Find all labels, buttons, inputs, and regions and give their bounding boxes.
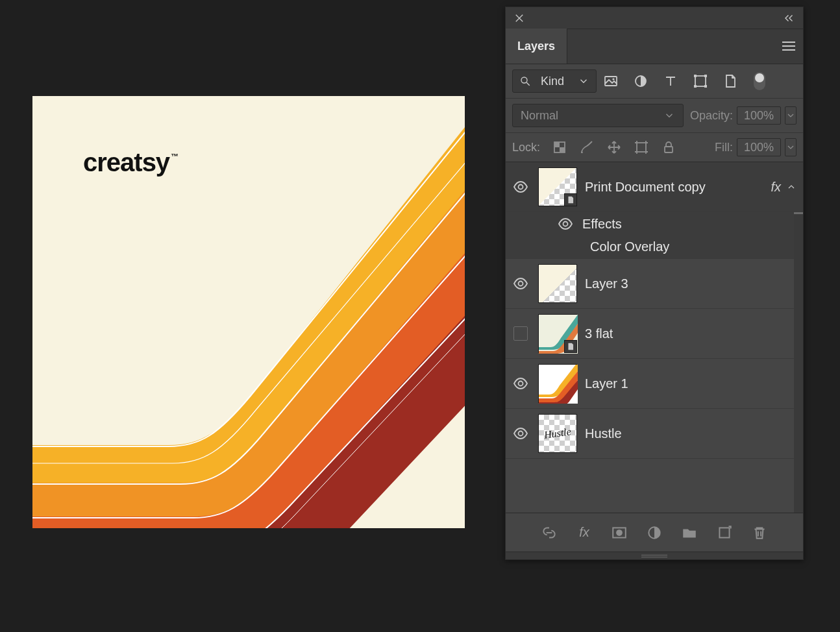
layer-row[interactable]: Hustle Hustle bbox=[506, 409, 803, 459]
svg-rect-6 bbox=[704, 75, 707, 77]
effect-name: Color Overlay bbox=[590, 239, 669, 254]
fill-label: Fill: bbox=[715, 141, 733, 154]
adjustment-icon[interactable] bbox=[646, 524, 663, 541]
fill-chevron[interactable] bbox=[785, 138, 797, 156]
svg-point-14 bbox=[519, 185, 523, 189]
layer-row[interactable]: Print Document copy fx bbox=[506, 162, 803, 212]
layer-thumbnail[interactable] bbox=[538, 264, 577, 303]
blend-opacity-row: Normal Opacity: 100% bbox=[506, 99, 803, 133]
opacity-chevron[interactable] bbox=[785, 106, 797, 125]
svg-rect-13 bbox=[665, 147, 673, 152]
svg-rect-8 bbox=[704, 85, 707, 88]
panel-tabs: Layers bbox=[506, 29, 803, 64]
layer-name[interactable]: 3 flat bbox=[585, 326, 798, 341]
svg-point-18 bbox=[519, 382, 523, 386]
smartobject-filter-icon[interactable] bbox=[723, 73, 738, 89]
text-filter-icon[interactable] bbox=[663, 73, 678, 89]
tab-layers[interactable]: Layers bbox=[506, 29, 567, 64]
lock-controls: Lock: bbox=[512, 140, 676, 155]
lock-position-icon[interactable] bbox=[606, 140, 622, 155]
smartobject-badge-icon bbox=[564, 340, 577, 353]
svg-rect-4 bbox=[695, 76, 706, 86]
layer-name[interactable]: Hustle bbox=[585, 426, 798, 441]
opacity-value[interactable]: 100% bbox=[737, 106, 781, 125]
panel-titlebar[interactable] bbox=[506, 7, 803, 29]
lock-artboard-icon[interactable] bbox=[634, 140, 649, 155]
panel-menu-icon[interactable] bbox=[781, 38, 797, 54]
lock-transparent-icon[interactable] bbox=[552, 140, 567, 155]
filter-type-icons bbox=[603, 73, 738, 89]
svg-rect-12 bbox=[637, 143, 646, 152]
new-layer-icon[interactable] bbox=[716, 524, 733, 541]
svg-point-16 bbox=[519, 282, 523, 286]
visibility-hidden-box[interactable] bbox=[513, 326, 528, 341]
layer-row[interactable]: 3 flat bbox=[506, 309, 803, 359]
chevron-up-icon bbox=[786, 182, 797, 192]
search-icon bbox=[519, 75, 531, 87]
visibility-eye-icon[interactable] bbox=[513, 276, 528, 291]
close-icon[interactable] bbox=[512, 11, 526, 25]
tab-label: Layers bbox=[517, 40, 555, 53]
filter-kind-dropdown[interactable]: Kind bbox=[512, 69, 597, 93]
fill-value[interactable]: 100% bbox=[737, 138, 781, 156]
panel-bottom-bar: fx bbox=[506, 513, 803, 552]
svg-rect-5 bbox=[694, 75, 697, 77]
svg-rect-9 bbox=[554, 142, 560, 147]
svg-rect-10 bbox=[560, 147, 565, 152]
opacity-label: Opacity: bbox=[690, 109, 733, 123]
layer-name[interactable]: Print Document copy bbox=[585, 180, 758, 195]
lock-fill-row: Lock: Fill: 100% bbox=[506, 133, 803, 162]
svg-rect-7 bbox=[694, 85, 697, 88]
brand-logo-text: creatsy™ bbox=[83, 148, 177, 177]
layer-name[interactable]: Layer 1 bbox=[585, 376, 798, 391]
layer-effects-header[interactable]: Effects bbox=[506, 212, 803, 236]
layer-thumbnail[interactable] bbox=[538, 167, 577, 206]
svg-point-22 bbox=[616, 529, 623, 536]
layer-effect-item[interactable]: Color Overlay bbox=[506, 236, 803, 259]
chevron-down-icon bbox=[663, 110, 675, 121]
visibility-eye-icon[interactable] bbox=[513, 179, 528, 195]
layer-thumbnail[interactable] bbox=[538, 364, 577, 403]
fx-label: fx bbox=[771, 180, 781, 195]
effects-label: Effects bbox=[582, 217, 622, 232]
smartobject-badge-icon bbox=[564, 193, 577, 206]
layer-thumbnail[interactable] bbox=[538, 314, 577, 353]
link-icon[interactable] bbox=[541, 524, 558, 541]
blend-mode-dropdown[interactable]: Normal bbox=[512, 104, 684, 127]
panel-resize-handle[interactable] bbox=[506, 552, 803, 559]
svg-point-0 bbox=[521, 77, 527, 83]
group-icon[interactable] bbox=[681, 524, 698, 541]
layer-fx-indicator[interactable]: fx bbox=[765, 180, 798, 195]
filter-kind-label: Kind bbox=[541, 75, 564, 88]
svg-point-15 bbox=[563, 222, 568, 226]
adjustment-filter-icon[interactable] bbox=[633, 73, 649, 89]
fill-control[interactable]: Fill: 100% bbox=[715, 138, 797, 156]
image-filter-icon[interactable] bbox=[603, 73, 619, 89]
layer-row[interactable]: Layer 3 bbox=[506, 259, 803, 309]
opacity-control[interactable]: Opacity: 100% bbox=[690, 106, 797, 125]
svg-point-2 bbox=[612, 78, 614, 80]
trash-icon[interactable] bbox=[751, 524, 768, 541]
layer-row[interactable]: Layer 1 bbox=[506, 359, 803, 409]
filter-toggle[interactable] bbox=[754, 72, 765, 90]
layer-name[interactable]: Layer 3 bbox=[585, 276, 798, 291]
chevron-down-icon bbox=[578, 75, 589, 87]
visibility-eye-icon[interactable] bbox=[513, 376, 528, 391]
svg-rect-24 bbox=[719, 528, 729, 537]
lock-paint-icon[interactable] bbox=[579, 140, 595, 155]
layer-thumbnail[interactable]: Hustle bbox=[538, 414, 577, 453]
collapse-icon[interactable] bbox=[782, 11, 797, 25]
fx-icon[interactable]: fx bbox=[576, 524, 593, 541]
layers-panel: Layers Kind Normal Opacity: 100% bbox=[505, 6, 804, 560]
lock-label: Lock: bbox=[512, 141, 540, 154]
lock-all-icon[interactable] bbox=[661, 140, 676, 155]
mask-icon[interactable] bbox=[611, 524, 628, 541]
visibility-eye-icon[interactable] bbox=[558, 216, 573, 232]
svg-point-20 bbox=[519, 431, 523, 436]
layer-list: Print Document copy fx Effects Color Ove… bbox=[506, 162, 803, 513]
blend-mode-value: Normal bbox=[521, 109, 558, 123]
layer-filter-row: Kind bbox=[506, 64, 803, 99]
document-canvas[interactable]: creatsy™ bbox=[32, 96, 465, 528]
visibility-eye-icon[interactable] bbox=[513, 426, 528, 441]
shape-filter-icon[interactable] bbox=[693, 73, 708, 89]
